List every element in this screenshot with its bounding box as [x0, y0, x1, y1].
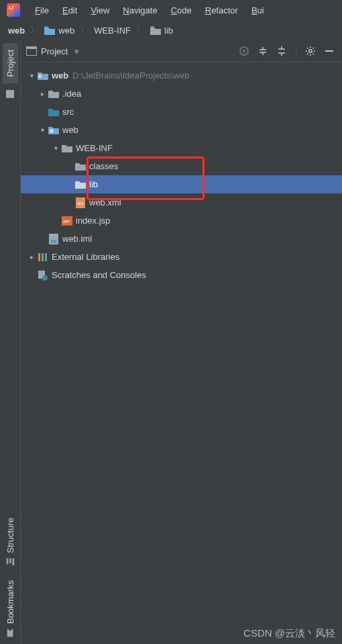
tree-item-indexjsp[interactable]: ▸ JSP index.jsp	[21, 212, 342, 230]
expand-all-button[interactable]	[255, 44, 270, 58]
sidebar-tab-structure[interactable]: Structure	[3, 511, 18, 573]
tree-item-webinf[interactable]: ▾ WEB-INF	[21, 139, 342, 157]
svg-text:JSP: JSP	[62, 220, 70, 224]
collapse-arrow-icon[interactable]: ▾	[50, 144, 61, 152]
tree-item-src[interactable]: ▸ src	[21, 103, 342, 121]
gear-icon	[305, 46, 316, 56]
tree-label: External Libraries	[52, 252, 119, 262]
svg-point-7	[243, 50, 245, 52]
sidebar-commit-icon[interactable]	[3, 87, 17, 101]
sidebar-tab-project[interactable]: Project	[3, 43, 18, 83]
tree-label: WEB-INF	[76, 143, 113, 153]
collapse-all-button[interactable]	[274, 44, 289, 58]
svg-rect-9	[325, 50, 333, 52]
chevron-right-icon: 〉	[80, 24, 89, 36]
tree-label: Scratches and Consoles	[52, 270, 146, 280]
folder-icon	[74, 180, 87, 189]
svg-rect-18	[38, 253, 40, 261]
tree-label: web	[52, 71, 68, 81]
folder-icon	[150, 26, 161, 35]
jsp-file-icon: JSP	[61, 216, 73, 226]
tree-item-idea[interactable]: ▸ .idea	[21, 85, 342, 103]
separator	[296, 45, 296, 57]
project-icon	[26, 46, 37, 56]
menu-navigate[interactable]: Navigate	[116, 3, 164, 17]
tree-label: web.iml	[62, 234, 92, 244]
collapse-arrow-icon[interactable]: ▾	[37, 126, 48, 134]
tree-item-webxml[interactable]: ▸ <> web.xml	[21, 193, 342, 212]
svg-rect-19	[42, 253, 44, 261]
breadcrumb-lib[interactable]: lib	[146, 24, 177, 37]
settings-button[interactable]	[303, 44, 318, 58]
tree-item-lib[interactable]: ▸ lib	[21, 175, 342, 193]
menu-view[interactable]: View	[84, 3, 116, 17]
svg-rect-2	[9, 559, 11, 563]
tree-root-web[interactable]: ▾ web D:\JetBrains\IdeaProjects\web	[21, 66, 342, 85]
menu-refactor[interactable]: Refactor	[198, 3, 245, 17]
tree-label: src	[62, 107, 74, 117]
web-folder-icon	[48, 126, 60, 134]
project-panel-header: Project ▾	[21, 40, 342, 62]
svg-rect-1	[13, 559, 15, 566]
svg-rect-0	[6, 90, 14, 98]
tree-item-classes[interactable]: ▸ classes	[21, 157, 342, 175]
menu-file[interactable]: File	[28, 3, 56, 17]
project-tool-window: Project ▾ ▾	[21, 40, 342, 644]
svg-rect-3	[7, 559, 9, 565]
watermark-text: CSDN @云淡丶风轻	[243, 627, 335, 640]
menu-code[interactable]: Code	[164, 3, 198, 17]
breadcrumb-webinf[interactable]: WEB-INF	[90, 24, 135, 37]
hide-panel-button[interactable]	[322, 44, 337, 58]
svg-rect-10	[38, 75, 42, 78]
tree-label: web.xml	[89, 197, 121, 208]
breadcrumb-root[interactable]: web	[4, 24, 29, 37]
structure-icon	[5, 557, 15, 567]
tree-label: lib	[89, 179, 98, 189]
tree-label: .idea	[62, 89, 81, 99]
svg-rect-17	[51, 240, 56, 243]
select-opened-file-button[interactable]	[237, 44, 251, 58]
xml-file-icon: <>	[74, 197, 87, 208]
app-logo-icon	[7, 3, 20, 17]
svg-point-11	[50, 129, 54, 133]
svg-rect-20	[45, 253, 47, 261]
chevron-right-icon: 〉	[136, 24, 145, 36]
folder-icon	[48, 89, 60, 98]
tree-label: index.jsp	[76, 216, 110, 226]
chevron-right-icon: 〉	[30, 24, 39, 36]
module-icon	[37, 71, 49, 80]
folder-icon	[61, 144, 73, 152]
project-view-selector[interactable]: Project ▾	[26, 46, 79, 56]
iml-file-icon	[48, 234, 60, 244]
tree-label: classes	[89, 161, 118, 171]
source-folder-icon	[48, 107, 60, 116]
tool-window-sidebar: Project Structure Bookmarks	[0, 40, 21, 644]
folder-icon	[74, 162, 87, 171]
sidebar-tab-bookmarks[interactable]: Bookmarks	[3, 573, 18, 644]
svg-text:<>: <>	[77, 201, 84, 207]
breadcrumb-web[interactable]: web	[40, 24, 78, 37]
project-tree[interactable]: ▾ web D:\JetBrains\IdeaProjects\web ▸ .i…	[21, 62, 342, 644]
libraries-icon	[37, 252, 49, 262]
tree-label: web	[62, 125, 78, 135]
svg-rect-5	[26, 46, 37, 49]
folder-icon	[44, 26, 55, 35]
menu-edit[interactable]: Edit	[56, 3, 84, 17]
expand-arrow-icon[interactable]: ▸	[37, 90, 48, 97]
bookmark-icon	[5, 628, 15, 637]
tree-item-external-libraries[interactable]: ▸ External Libraries	[21, 248, 342, 266]
tree-item-scratches[interactable]: ▸ Scratches and Consoles	[21, 266, 342, 284]
collapse-arrow-icon[interactable]: ▾	[26, 72, 37, 79]
tree-item-web-folder[interactable]: ▾ web	[21, 121, 342, 139]
chevron-down-icon: ▾	[74, 46, 79, 56]
tree-item-webiml[interactable]: ▸ web.iml	[21, 230, 342, 248]
scratches-icon	[37, 270, 49, 281]
svg-point-8	[309, 50, 312, 52]
menu-build-truncated[interactable]: Bui	[245, 3, 271, 17]
expand-arrow-icon[interactable]: ▸	[26, 253, 37, 261]
tree-path: D:\JetBrains\IdeaProjects\web	[72, 71, 189, 81]
svg-point-22	[42, 275, 48, 281]
main-menubar: File Edit View Navigate Code Refactor Bu…	[0, 0, 342, 20]
navigation-breadcrumb: web 〉 web 〉 WEB-INF 〉 lib	[0, 20, 342, 41]
